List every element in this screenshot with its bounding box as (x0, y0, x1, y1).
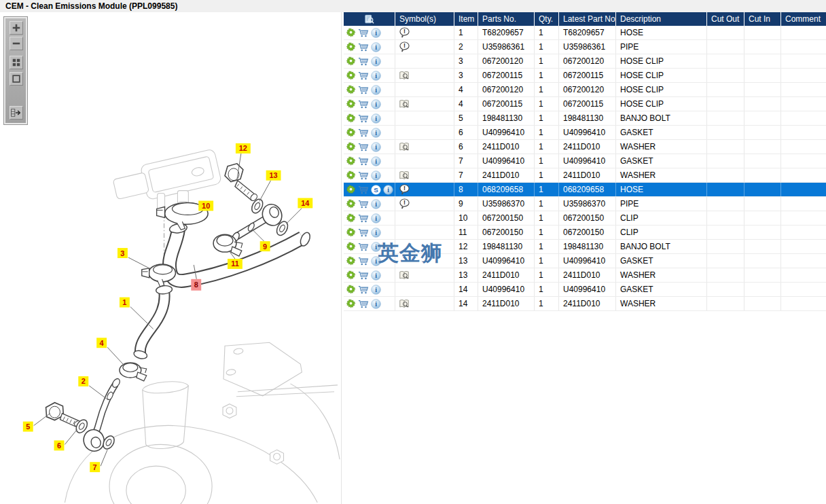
info-icon[interactable]: i (370, 270, 381, 281)
svg-text:!: ! (403, 185, 406, 192)
table-row[interactable]: i72411D01012411D010WASHER (344, 168, 826, 183)
gear-icon[interactable] (346, 170, 357, 181)
gear-icon[interactable] (346, 141, 357, 152)
cart-icon[interactable] (358, 184, 369, 195)
table-row[interactable]: i30672001201067200120HOSE CLIP (344, 54, 826, 69)
cell-qty: 1 (535, 111, 559, 125)
info-icon[interactable]: i (370, 41, 381, 52)
cell-qty: 1 (535, 54, 559, 68)
info-icon[interactable]: i (370, 170, 381, 181)
gear-icon[interactable] (346, 84, 357, 95)
zoom-in-button[interactable] (10, 21, 23, 35)
gear-icon[interactable] (346, 298, 357, 309)
gear-icon[interactable] (346, 270, 357, 281)
cart-icon[interactable] (358, 170, 369, 181)
cart-icon[interactable] (358, 241, 369, 252)
cart-icon[interactable] (358, 113, 369, 124)
table-row[interactable]: i30672001151067200115HOSE CLIP (344, 69, 826, 83)
cell-qty: 1 (535, 40, 559, 54)
cart-icon[interactable] (358, 70, 369, 81)
cart-icon[interactable] (358, 284, 369, 295)
cell-cut-in (744, 83, 781, 96)
gear-icon[interactable] (346, 255, 357, 266)
gear-icon[interactable] (346, 56, 357, 67)
table-row[interactable]: i!9U359863701U35986370PIPE (344, 197, 826, 211)
info-icon[interactable]: i (370, 27, 381, 38)
gear-icon[interactable] (346, 156, 357, 166)
info-icon[interactable]: i (370, 213, 381, 223)
info-icon[interactable]: i (370, 227, 381, 238)
table-row[interactable]: i132411D01012411D010WASHER (344, 268, 826, 283)
table-row[interactable]: i110672001501067200150CLIP (344, 226, 826, 240)
cart-icon[interactable] (358, 41, 369, 52)
cart-icon[interactable] (358, 213, 369, 223)
gear-icon[interactable] (346, 227, 357, 238)
gear-icon[interactable] (346, 213, 357, 223)
cart-icon[interactable] (358, 127, 369, 138)
parts-diagram[interactable]: 1234567891011121314 (0, 12, 341, 504)
gear-icon[interactable] (346, 113, 357, 124)
diagram-panel: 1234567891011121314 (0, 12, 342, 504)
table-row[interactable]: i!2U359863611U35986361PIPE (344, 40, 826, 54)
cart-icon[interactable] (358, 27, 369, 38)
table-row[interactable]: i14U409964101U40996410GASKET (344, 283, 826, 297)
cart-icon[interactable] (358, 84, 369, 95)
info-icon[interactable]: i (382, 184, 393, 195)
info-icon[interactable]: i (370, 113, 381, 124)
gear-icon[interactable] (346, 241, 357, 252)
table-row[interactable]: Si!80682096581068209658HOSE (344, 183, 826, 197)
info-icon[interactable]: i (370, 298, 381, 309)
table-row[interactable]: i40672001201067200120HOSE CLIP (344, 83, 826, 97)
cart-icon[interactable] (358, 141, 369, 152)
info-icon[interactable]: i (370, 127, 381, 138)
info-icon[interactable]: i (370, 141, 381, 152)
cart-icon[interactable] (358, 255, 369, 266)
cell-latest-part-no: 067200120 (559, 83, 616, 96)
svg-text:i: i (375, 43, 377, 51)
cart-icon[interactable] (358, 298, 369, 309)
gear-icon[interactable] (346, 70, 357, 81)
cart-icon[interactable] (358, 56, 369, 67)
table-row[interactable]: i51984811301198481130BANJO BOLT (344, 111, 826, 126)
info-icon[interactable]: i (370, 98, 381, 109)
info-icon[interactable]: i (370, 84, 381, 95)
cart-icon[interactable] (358, 270, 369, 281)
cell-item: 6 (454, 140, 478, 154)
cart-icon[interactable] (358, 156, 369, 166)
info-icon[interactable]: i (370, 284, 381, 295)
zoom-out-button[interactable] (10, 37, 23, 50)
s-icon[interactable]: S (370, 184, 381, 195)
info-icon[interactable]: i (370, 56, 381, 67)
cart-icon[interactable] (358, 198, 369, 209)
info-icon[interactable]: i (370, 198, 381, 209)
gear-icon[interactable] (346, 41, 357, 52)
cell-parts-no: 068209658 (478, 183, 535, 196)
svg-text:i: i (375, 200, 377, 208)
gear-icon[interactable] (346, 198, 357, 209)
toggle-table-panel-button[interactable] (10, 106, 23, 120)
cell-cut-out (707, 54, 744, 68)
info-icon[interactable]: i (370, 156, 381, 166)
table-row[interactable]: i100672001501067200150CLIP (344, 211, 826, 226)
parts-search-header-cell[interactable] (344, 12, 395, 26)
cart-icon[interactable] (358, 98, 369, 109)
table-row[interactable]: i6U409964101U40996410GASKET (344, 126, 826, 140)
table-row[interactable]: i142411D01012411D010WASHER (344, 297, 826, 311)
table-row[interactable]: i62411D01012411D010WASHER (344, 140, 826, 154)
fit-view-button[interactable] (10, 72, 23, 86)
cell-cut-in (744, 240, 781, 253)
gear-icon[interactable] (346, 284, 357, 295)
row-action-icons: i (344, 54, 395, 68)
gear-icon[interactable] (346, 98, 357, 109)
cart-icon[interactable] (358, 227, 369, 238)
tile-view-button[interactable] (10, 56, 23, 69)
gear-icon[interactable] (346, 27, 357, 38)
table-row[interactable]: i!1T682096571T68209657HOSE (344, 26, 826, 40)
gear-icon[interactable] (346, 184, 357, 195)
diagram-callout-label-12: 12 (239, 144, 247, 152)
table-row[interactable]: i40672001151067200115HOSE CLIP (344, 97, 826, 111)
table-row[interactable]: i7U409964101U40996410GASKET (344, 154, 826, 168)
info-icon[interactable]: i (370, 70, 381, 81)
row-action-icons: i (344, 26, 395, 39)
gear-icon[interactable] (346, 127, 357, 138)
